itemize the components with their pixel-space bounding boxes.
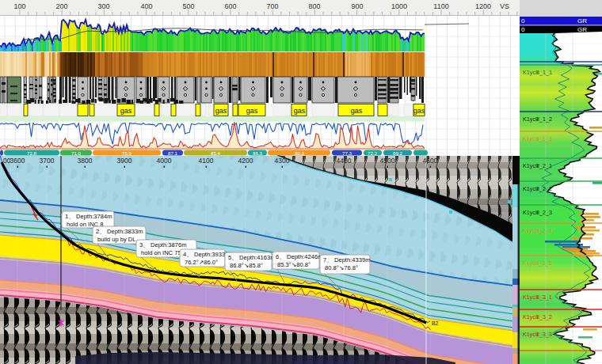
svg-text:1200: 1200 (475, 2, 491, 10)
svg-text:77.3: 77.3 (342, 150, 352, 156)
svg-text:gas: gas (246, 107, 258, 115)
svg-text:72.8: 72.8 (27, 150, 37, 156)
svg-text:80.3: 80.3 (295, 150, 305, 156)
svg-text:4600: 4600 (423, 157, 438, 165)
svg-text:4300: 4300 (275, 157, 290, 165)
svg-text:72.2: 72.2 (368, 150, 378, 156)
svg-text:7、 Depth:4339m: 7、 Depth:4339m (323, 256, 371, 264)
svg-text:2、 Depth:3833m: 2、 Depth:3833m (96, 228, 143, 235)
svg-text:5、 Depth:4163m: 5、 Depth:4163m (228, 254, 276, 261)
svg-text:3900: 3900 (117, 157, 132, 165)
svg-text:build up by DL: build up by DL (97, 236, 136, 243)
svg-text:3、 Depth:3876m: 3、 Depth:3876m (139, 241, 187, 248)
svg-text:300: 300 (97, 2, 109, 10)
svg-text:1100: 1100 (433, 2, 448, 10)
svg-text:GR: GR (577, 26, 587, 33)
svg-text:76.2°↗86.0°: 76.2°↗86.0° (185, 259, 218, 266)
svg-text:K1ycⅢ_2_2: K1ycⅢ_2_2 (523, 185, 552, 192)
svg-text:100: 100 (13, 2, 25, 10)
svg-text:86.8°↘85.8°: 86.8°↘85.8° (230, 262, 263, 269)
svg-text:200: 200 (55, 2, 67, 10)
svg-text:1000: 1000 (391, 2, 407, 10)
svg-text:4500: 4500 (380, 157, 395, 165)
svg-text:4400: 4400 (337, 157, 352, 165)
svg-text:K1ycⅢ_3_1: K1ycⅢ_3_1 (523, 294, 552, 301)
svg-text:4、 Depth:3933: 4、 Depth:3933 (183, 251, 225, 258)
svg-text:86.3: 86.3 (253, 150, 263, 156)
svg-text:GR: GR (577, 17, 587, 25)
svg-text:K1ycⅢ_1_2: K1ycⅢ_1_2 (523, 116, 552, 123)
svg-text:0: 0 (521, 17, 525, 25)
svg-text:500: 500 (182, 2, 194, 10)
svg-text:gas: gas (215, 107, 227, 115)
svg-text:900: 900 (351, 2, 363, 10)
svg-text:0: 0 (521, 26, 525, 33)
svg-text:K1ycⅢ_2_3: K1ycⅢ_2_3 (523, 209, 552, 216)
svg-text:85.3°↘80.8°: 85.3°↘80.8° (277, 261, 311, 268)
svg-text:87.1: 87.1 (168, 150, 178, 156)
svg-text:K1ycⅢ_1_1: K1ycⅢ_1_1 (523, 69, 552, 76)
svg-text:4100: 4100 (199, 157, 214, 165)
svg-text:80.8°↘76.8°: 80.8°↘76.8° (325, 264, 358, 271)
svg-text:gas: gas (294, 107, 306, 115)
svg-text:3700: 3700 (40, 157, 55, 165)
svg-text:800: 800 (308, 2, 320, 10)
svg-text:gas: gas (120, 107, 132, 115)
svg-text:K1ycⅢ_3_2: K1ycⅢ_3_2 (523, 313, 552, 320)
svg-text:75.9: 75.9 (122, 150, 132, 156)
svg-text:3600: 3600 (10, 157, 25, 165)
svg-text:gas: gas (351, 107, 363, 115)
svg-text:gas: gas (413, 107, 425, 115)
svg-text:hold on INC 75°: hold on INC 75° (141, 249, 184, 256)
svg-text:600: 600 (224, 2, 236, 10)
svg-text:1、 Depth:3784m: 1、 Depth:3784m (65, 213, 112, 220)
svg-text:4200: 4200 (238, 157, 253, 165)
svg-text:K1ycⅢ_2_1: K1ycⅢ_2_1 (523, 162, 552, 169)
svg-text:6、 Depth:4246m: 6、 Depth:4246m (276, 253, 323, 260)
svg-text:69.2: 69.2 (393, 150, 403, 156)
svg-text:4000: 4000 (157, 157, 172, 165)
svg-text:400: 400 (140, 2, 152, 10)
svg-text:71.0: 71.0 (71, 150, 82, 156)
svg-text:00: 00 (3, 157, 11, 165)
svg-text:K1ycⅢ_3_3: K1ycⅢ_3_3 (523, 331, 552, 338)
svg-text:K1ycⅢ_1_3: K1ycⅢ_1_3 (523, 135, 552, 142)
svg-text:VS: VS (500, 2, 509, 10)
svg-text:K1ycⅢ_2_4: K1ycⅢ_2_4 (523, 227, 552, 234)
svg-text:B2: B2 (432, 320, 439, 326)
svg-text:85.4: 85.4 (211, 150, 221, 156)
svg-text:K1ycⅢ_2_5: K1ycⅢ_2_5 (523, 260, 552, 267)
svg-text:3800: 3800 (78, 157, 93, 165)
svg-text:700: 700 (266, 2, 278, 10)
